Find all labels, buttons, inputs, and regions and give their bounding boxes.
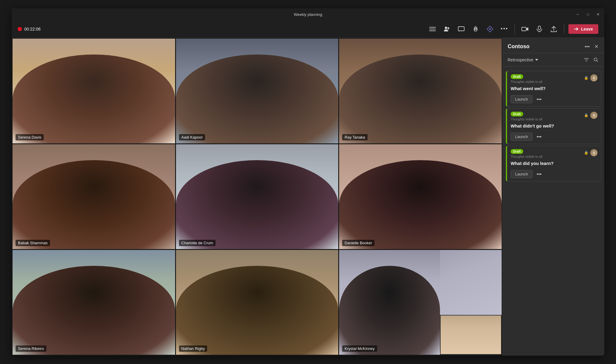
participant-name-serena-davis: Serena Davis	[16, 134, 44, 140]
sidebar-title: Contoso	[508, 43, 529, 50]
apps-button[interactable]	[484, 23, 496, 35]
raise-hand-button[interactable]	[470, 23, 482, 35]
participants-button[interactable]	[427, 23, 439, 35]
recording-time: 00:22:06	[24, 27, 41, 31]
sidebar-content: Draft Thoughts visible to all 🔒 S What w…	[503, 67, 604, 356]
avatar-3: S	[590, 149, 597, 156]
retro-card-2-meta: Draft Thoughts visible to all	[511, 112, 542, 121]
retro-card-2-actions: Launch •••	[507, 131, 601, 144]
draft-badge-1: Draft	[511, 74, 523, 79]
retro-card-1-meta: Draft Thoughts visible to all	[511, 74, 542, 84]
retrospective-selector[interactable]: Retrospective	[508, 57, 538, 62]
sidebar-close-button[interactable]: ✕	[593, 43, 600, 51]
filter-button[interactable]	[583, 56, 590, 63]
maximize-button[interactable]: □	[585, 12, 591, 17]
chevron-down-icon	[535, 59, 538, 61]
svg-rect-8	[538, 26, 541, 30]
participant-name-aadi-kapoor: Aadi Kapoor	[179, 134, 205, 140]
retro-card-3-header: Draft Thoughts visible to all 🔒 S	[507, 146, 601, 160]
retro-card-1-title: What went well?	[507, 85, 601, 93]
video-cell-ray-tanaka: Ray Tanaka	[339, 39, 502, 143]
recording-indicator: 00:22:06	[18, 27, 41, 31]
lock-icon-1: 🔒	[584, 76, 588, 80]
people-button[interactable]	[441, 23, 453, 35]
svg-point-4	[447, 27, 449, 29]
retro-card-2-header: Draft Thoughts visible to all 🔒 S	[507, 109, 601, 122]
self-view-inset	[440, 315, 502, 355]
close-button[interactable]: ✕	[595, 12, 601, 17]
sidebar-subheader: Retrospective	[503, 53, 604, 67]
window-controls: ─ □ ✕	[575, 12, 601, 17]
draft-badge-2: Draft	[511, 112, 523, 116]
more-button-1[interactable]: •••	[535, 95, 544, 103]
lock-icon-2: 🔒	[584, 113, 588, 117]
retro-card-2-right: 🔒 S	[584, 112, 597, 119]
svg-rect-7	[522, 27, 526, 31]
retro-card-2-top-row: Draft	[511, 112, 542, 116]
camera-button[interactable]	[519, 23, 531, 35]
svg-rect-2	[429, 31, 436, 31]
avatar-2: S	[590, 112, 597, 119]
thoughts-text-2: Thoughts visible to all	[511, 117, 542, 121]
video-cell-nathan-rigby: Nathan Rigby	[176, 250, 339, 355]
retro-card-1-actions: Launch •••	[507, 93, 601, 106]
participant-name-charlotte-de-crum: Charlotte de Crum	[179, 240, 216, 246]
svg-point-3	[445, 27, 447, 29]
video-cell-serena-ribeiro: Serena Ribeiro	[13, 250, 175, 355]
title-bar: Weekly planning ─ □ ✕	[12, 8, 604, 20]
draft-badge-3: Draft	[511, 149, 523, 154]
retro-card-1-top-row: Draft	[511, 74, 542, 79]
video-cell-babak-shammas: Babak Shammas	[13, 144, 175, 249]
svg-rect-5	[458, 27, 464, 31]
retro-card-3-actions: Launch •••	[507, 168, 601, 181]
leave-button[interactable]: Leave	[568, 24, 598, 34]
participant-name-nathan-rigby: Nathan Rigby	[179, 345, 207, 352]
svg-rect-1	[429, 29, 436, 29]
participant-name-ray-tanaka: Ray Tanaka	[342, 134, 367, 140]
video-cell-charlotte-de-crum: Charlotte de Crum	[176, 144, 339, 249]
avatar-1: S	[590, 74, 597, 81]
sidebar-header-actions: ••• ✕	[583, 43, 600, 51]
retro-card-1: Draft Thoughts visible to all 🔒 S What w…	[506, 71, 601, 107]
participant-name-serena-ribeiro: Serena Ribeiro	[16, 345, 46, 352]
retro-card-1-right: 🔒 S	[584, 74, 597, 81]
meeting-controls: •••	[427, 23, 598, 35]
retrospective-label: Retrospective	[508, 57, 533, 62]
launch-button-1[interactable]: Launch	[511, 95, 532, 103]
more-button-3[interactable]: •••	[535, 170, 544, 178]
retro-card-2: Draft Thoughts visible to all 🔒 S What d…	[506, 108, 601, 144]
retro-card-3-top-row: Draft	[511, 149, 542, 154]
more-button-2[interactable]: •••	[535, 133, 544, 141]
app-window: Weekly planning ─ □ ✕ 00:22:06	[12, 8, 604, 356]
svg-point-6	[489, 28, 491, 30]
recording-dot	[18, 27, 22, 31]
retro-card-2-title: What didn't go well?	[507, 122, 601, 131]
sidebar-header: Contoso ••• ✕	[503, 38, 604, 53]
video-cell-danielle-booker: Danielle Booker	[339, 144, 502, 249]
more-options-button[interactable]: •••	[498, 23, 510, 35]
retro-card-3-right: 🔒 S	[584, 149, 597, 156]
video-cell-aadi-kapoor: Aadi Kapoor	[176, 39, 339, 143]
microphone-button[interactable]	[533, 23, 545, 35]
chat-button[interactable]	[455, 23, 467, 35]
participant-name-krystal-mckinney: Krystal McKinney	[342, 345, 377, 352]
lock-icon-3: 🔒	[584, 151, 588, 155]
retro-card-1-header: Draft Thoughts visible to all 🔒 S	[507, 71, 601, 85]
retro-card-3: Draft Thoughts visible to all 🔒 S What d…	[506, 146, 601, 181]
leave-label: Leave	[581, 27, 593, 31]
launch-button-3[interactable]: Launch	[511, 170, 532, 178]
meeting-bar: 00:22:06	[12, 20, 604, 38]
retro-card-3-meta: Draft Thoughts visible to all	[511, 149, 542, 158]
participant-name-danielle-booker: Danielle Booker	[342, 240, 374, 246]
retro-card-3-title: What did you learn?	[507, 160, 601, 168]
search-button[interactable]	[592, 56, 600, 63]
subheader-actions	[583, 56, 600, 63]
sidebar-more-button[interactable]: •••	[583, 43, 591, 51]
thoughts-text-3: Thoughts visible to all	[511, 155, 542, 158]
participant-name-babak-shammas: Babak Shammas	[16, 240, 50, 246]
launch-button-2[interactable]: Launch	[511, 133, 532, 141]
sidebar: Contoso ••• ✕ Retrospective	[503, 38, 604, 356]
share-button[interactable]	[548, 23, 560, 35]
controls-divider	[515, 24, 515, 34]
minimize-button[interactable]: ─	[575, 12, 580, 17]
